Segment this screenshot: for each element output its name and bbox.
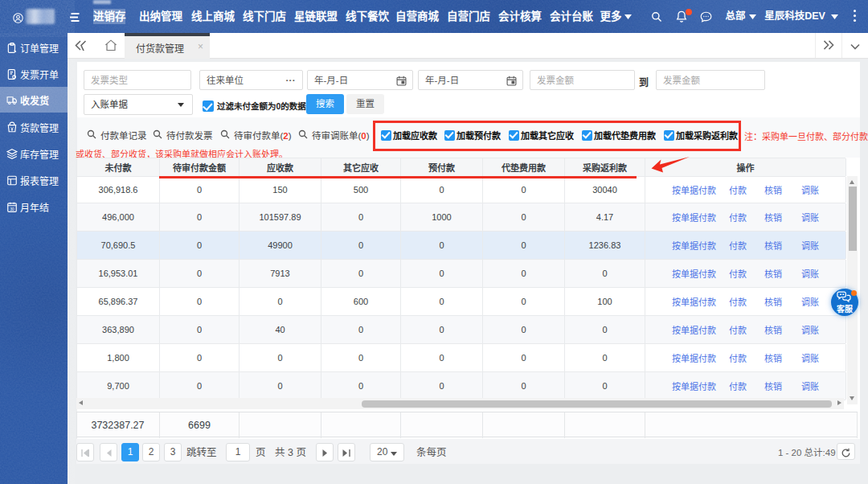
svg-text:30: 30 bbox=[10, 207, 14, 211]
